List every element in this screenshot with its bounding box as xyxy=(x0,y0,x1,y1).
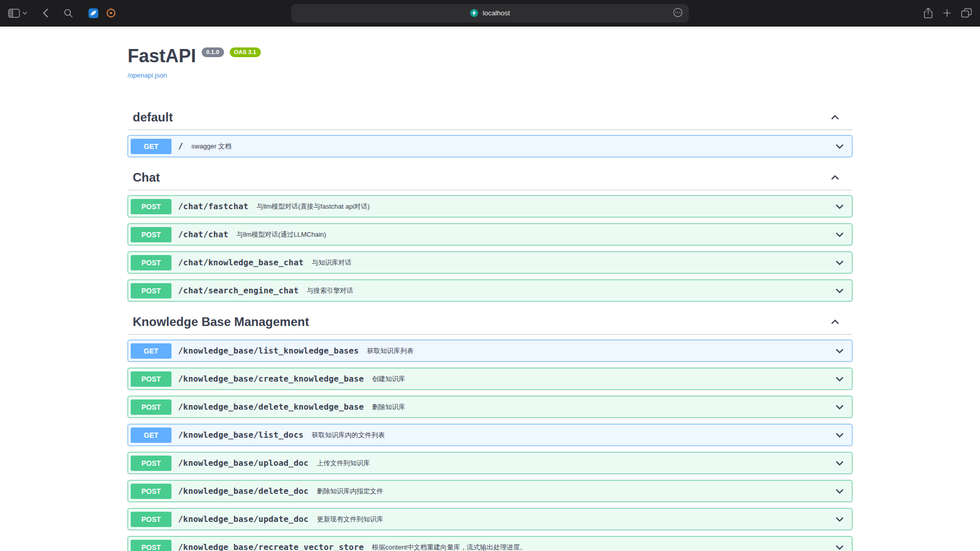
method-badge: POST xyxy=(131,227,172,242)
operation-path: /knowledge_base/list_knowledge_bases xyxy=(178,346,359,356)
new-tab-icon xyxy=(942,8,952,18)
site-favicon xyxy=(470,9,479,17)
operation-description: 删除知识库内指定文件 xyxy=(317,487,383,496)
operation-path: /knowledge_base/create_knowledge_base xyxy=(178,374,364,384)
operation-expand-button[interactable] xyxy=(835,141,845,152)
operation-expand-button[interactable] xyxy=(835,514,845,524)
chevron-icon xyxy=(830,172,840,183)
chevron-down-icon xyxy=(835,458,845,468)
section-collapse-button[interactable] xyxy=(830,317,840,327)
operation-path: / xyxy=(178,141,183,151)
method-badge: POST xyxy=(131,540,172,551)
operation-expand-button[interactable] xyxy=(835,258,845,268)
operations-list: POST /chat/fastchat 与llm模型对话(直接与fastchat… xyxy=(128,190,852,310)
share-button[interactable] xyxy=(923,7,933,19)
operation-description: 删除知识库 xyxy=(372,403,405,412)
operation-expand-button[interactable] xyxy=(835,542,845,551)
url-text: localhost xyxy=(483,9,510,17)
method-badge: GET xyxy=(131,139,172,154)
method-badge: POST xyxy=(131,199,172,214)
section-header[interactable]: default xyxy=(128,105,852,130)
operation-row[interactable]: GET / swagger 文档 xyxy=(128,135,852,157)
operation-row[interactable]: POST /knowledge_base/delete_doc 删除知识库内指定… xyxy=(128,480,852,502)
operation-path: /chat/chat xyxy=(178,230,228,239)
operation-row[interactable]: GET /knowledge_base/list_knowledge_bases… xyxy=(128,340,852,362)
operation-expand-button[interactable] xyxy=(835,486,845,496)
operation-path: /chat/search_engine_chat xyxy=(178,286,299,295)
operation-expand-button[interactable] xyxy=(835,402,845,412)
section-collapse-button[interactable] xyxy=(830,172,840,183)
operation-row[interactable]: GET /knowledge_base/list_docs 获取知识库内的文件列… xyxy=(128,424,852,446)
operation-row[interactable]: POST /knowledge_base/create_knowledge_ba… xyxy=(128,368,852,390)
method-badge: POST xyxy=(131,255,172,270)
operation-row[interactable]: POST /knowledge_base/delete_knowledge_ba… xyxy=(128,396,852,418)
chevron-down-icon xyxy=(835,374,845,384)
chevron-down-icon xyxy=(835,514,845,524)
operation-row[interactable]: POST /chat/search_engine_chat 与搜索引擎对话 xyxy=(128,280,852,302)
operation-row[interactable]: POST /chat/knowledge_base_chat 与知识库对话 xyxy=(128,252,852,273)
url-bar[interactable]: localhost xyxy=(291,4,689,22)
operation-row[interactable]: POST /chat/chat 与llm模型对话(通过LLMChain) xyxy=(128,223,852,245)
operation-expand-button[interactable] xyxy=(835,458,845,468)
method-badge: POST xyxy=(131,283,172,298)
operation-path: /knowledge_base/update_doc xyxy=(178,514,309,524)
operation-path: /knowledge_base/list_docs xyxy=(178,430,304,440)
operation-description: 更新现有文件到知识库 xyxy=(317,515,383,524)
operation-expand-button[interactable] xyxy=(835,346,845,356)
operation-row[interactable]: POST /knowledge_base/recreate_vector_sto… xyxy=(128,536,852,551)
method-badge: GET xyxy=(131,428,172,443)
share-icon xyxy=(923,7,933,19)
method-badge: POST xyxy=(131,456,172,471)
operation-path: /knowledge_base/recreate_vector_store xyxy=(178,542,364,551)
method-badge: GET xyxy=(131,343,172,359)
operation-row[interactable]: POST /knowledge_base/update_doc 更新现有文件到知… xyxy=(128,508,852,530)
operations-list: GET / swagger 文档 xyxy=(128,130,852,165)
method-badge: POST xyxy=(131,512,172,527)
operation-row[interactable]: POST /chat/fastchat 与llm模型对话(直接与fastchat… xyxy=(128,195,852,217)
swagger-page: FastAPI 0.1.0 OAS 3.1 /openapi.json defa… xyxy=(0,27,980,551)
chevron-down-icon xyxy=(835,486,845,496)
tab-overview-button[interactable] xyxy=(961,8,972,18)
sidebar-icon xyxy=(8,9,20,18)
operation-row[interactable]: POST /knowledge_base/upload_doc 上传文件到知识库 xyxy=(128,452,852,474)
chevron-icon xyxy=(830,317,840,327)
section-header[interactable]: Knowledge Base Management xyxy=(128,310,852,335)
chevron-down-icon xyxy=(835,202,845,212)
chevron-down-icon xyxy=(835,286,845,296)
operation-expand-button[interactable] xyxy=(835,374,845,384)
page-menu-button[interactable] xyxy=(673,8,683,19)
section-title: Chat xyxy=(133,170,160,185)
operation-description: 与知识库对话 xyxy=(312,258,352,267)
api-title-text: FastAPI xyxy=(128,46,196,66)
operation-description: 与llm模型对话(通过LLMChain) xyxy=(236,230,326,239)
record-extension-button[interactable] xyxy=(106,8,116,18)
blue-extension-icon xyxy=(88,8,99,18)
section-header[interactable]: Chat xyxy=(128,165,852,190)
api-section: Chat POST /chat/fastchat 与llm模型对话(直接与fas… xyxy=(128,165,852,310)
chevron-down-icon xyxy=(22,12,27,15)
section-collapse-button[interactable] xyxy=(830,112,840,122)
back-button[interactable] xyxy=(42,8,48,18)
new-tab-button[interactable] xyxy=(942,8,952,18)
sidebar-toggle-button[interactable] xyxy=(8,9,27,18)
oas-badge: OAS 3.1 xyxy=(230,47,261,57)
operation-expand-button[interactable] xyxy=(835,230,845,240)
operation-expand-button[interactable] xyxy=(835,202,845,212)
blue-extension-button[interactable] xyxy=(88,8,99,18)
operation-path: /chat/knowledge_base_chat xyxy=(178,258,304,267)
search-button[interactable] xyxy=(64,9,73,18)
api-info: FastAPI 0.1.0 OAS 3.1 /openapi.json xyxy=(128,27,852,80)
operation-description: 上传文件到知识库 xyxy=(317,459,370,468)
operation-expand-button[interactable] xyxy=(835,286,845,296)
chevron-down-icon xyxy=(835,258,845,268)
operation-expand-button[interactable] xyxy=(835,430,845,440)
section-title: default xyxy=(133,110,173,124)
browser-toolbar: localhost xyxy=(0,0,980,27)
chevron-icon xyxy=(830,112,840,122)
chevron-down-icon xyxy=(835,542,845,551)
openapi-spec-link[interactable]: /openapi.json xyxy=(128,71,167,79)
operation-path: /knowledge_base/delete_doc xyxy=(178,486,309,496)
chevron-down-icon xyxy=(835,402,845,412)
page-title: FastAPI 0.1.0 OAS 3.1 xyxy=(128,46,852,66)
chevron-down-icon xyxy=(835,430,845,440)
